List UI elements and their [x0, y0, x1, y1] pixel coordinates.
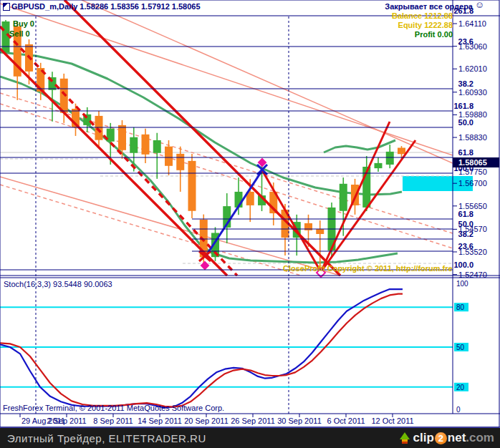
- clip2net-logo[interactable]: clip 2 net .com: [400, 431, 494, 445]
- svg-text:50.0: 50.0: [458, 118, 473, 127]
- svg-text:1.62010: 1.62010: [458, 64, 487, 73]
- balance-label: Balance 1212.88: [392, 11, 453, 21]
- logo-text-clip: clip: [413, 431, 434, 445]
- svg-text:1.54570: 1.54570: [458, 225, 487, 233]
- symbol-ohlc-label: GBPUSD_m,Daily 1.58286 1.58356 1.57912 1…: [11, 2, 201, 11]
- svg-text:1.63060: 1.63060: [458, 42, 487, 51]
- svg-text:38.2: 38.2: [458, 79, 473, 88]
- svg-text:1.64110: 1.64110: [458, 19, 486, 28]
- buy-counter-button[interactable]: Buy 0: [13, 19, 34, 28]
- mt4-terminal-window: 261.823.638.2161.850.061.8100.061.850.03…: [0, 0, 500, 448]
- svg-text:30 Sep 2011: 30 Sep 2011: [277, 417, 322, 425]
- svg-text:1.55650: 1.55650: [458, 202, 487, 210]
- sell-counter-button[interactable]: Sell 0: [9, 29, 30, 38]
- svg-text:6 Oct 2011: 6 Oct 2011: [327, 417, 365, 425]
- svg-text:26 Sep 2011: 26 Sep 2011: [231, 417, 275, 425]
- svg-text:100.0: 100.0: [453, 260, 473, 269]
- svg-text:20: 20: [456, 384, 465, 391]
- svg-text:8 Sep 2011: 8 Sep 2011: [93, 417, 133, 425]
- terminal-copyright-label: FreshForex Terminal, © 2001-2011 MetaQuo…: [3, 404, 224, 412]
- chart-canvas[interactable]: 261.823.638.2161.850.061.8100.061.850.03…: [0, 0, 500, 428]
- svg-text:161.8: 161.8: [453, 102, 473, 110]
- svg-text:0: 0: [456, 406, 461, 414]
- svg-text:20 Sep 2011: 20 Sep 2011: [184, 417, 229, 425]
- svg-text:61.8: 61.8: [458, 210, 473, 218]
- chart-symbol-icon: [3, 3, 10, 11]
- svg-text:50: 50: [456, 344, 465, 351]
- svg-text:14 Sep 2011: 14 Sep 2011: [138, 417, 182, 425]
- svg-text:12 Oct 2011: 12 Oct 2011: [371, 417, 413, 425]
- logo-text-com: .com: [466, 431, 494, 445]
- svg-text:1.56700: 1.56700: [458, 179, 487, 188]
- stochastic-indicator-label: Stoch(16,3,3) 93.5448 90.0063: [4, 280, 112, 288]
- svg-text:1.53520: 1.53520: [458, 248, 487, 256]
- svg-text:80: 80: [456, 303, 465, 311]
- equity-label: Equity 1222.88: [392, 21, 453, 30]
- footer-bar: Элитный Трейдер, ELITETRADER.RU clip 2 n…: [0, 428, 500, 448]
- account-info-panel: Balance 1212.88 Equity 1222.88 Profit 0.…: [392, 11, 453, 39]
- upload-arrow-icon: [400, 432, 410, 439]
- svg-text:1.57750: 1.57750: [458, 167, 487, 176]
- svg-text:1.60930: 1.60930: [458, 88, 487, 97]
- smiley-close-orders-icon[interactable]: ☺: [475, 1, 484, 9]
- svg-text:100: 100: [456, 280, 468, 288]
- site-credit-label: Элитный Трейдер, ELITETRADER.RU: [7, 432, 206, 444]
- svg-text:1.58065: 1.58065: [458, 158, 487, 167]
- logo-badge-2: 2: [435, 432, 447, 444]
- svg-text:1.58830: 1.58830: [458, 133, 487, 142]
- copyright-watermark: CloseProfit Copyright © 2011, http://for…: [283, 264, 452, 273]
- close-all-orders-label[interactable]: Закрывает все ордера: [385, 2, 473, 11]
- svg-text:1.52470: 1.52470: [458, 271, 487, 279]
- profit-label: Profit 0.00: [392, 30, 453, 39]
- svg-text:1.59880: 1.59880: [458, 110, 487, 119]
- svg-text:61.8: 61.8: [458, 148, 473, 157]
- svg-text:2 Sep 2011: 2 Sep 2011: [47, 417, 86, 425]
- logo-text-net: net: [448, 431, 466, 445]
